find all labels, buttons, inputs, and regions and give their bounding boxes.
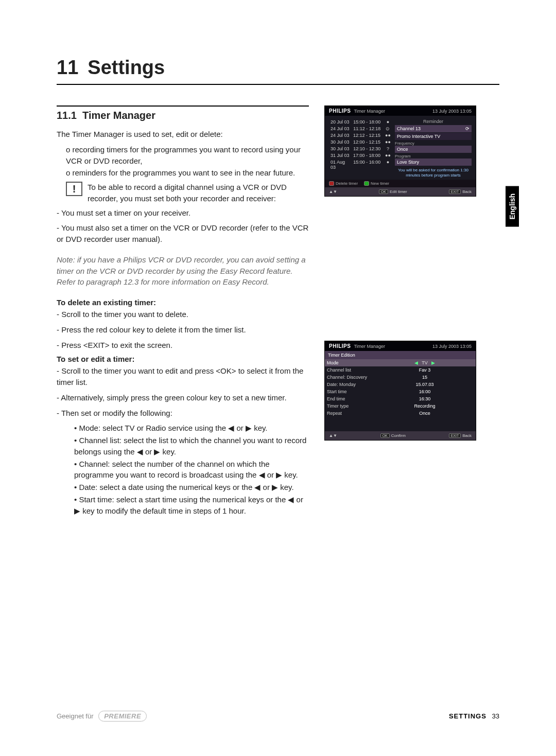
timer-row: 24 Jul 0312:12 - 12:15●● [329,132,392,138]
chapter-heading: 11Settings [57,57,499,79]
freq-value: Once [395,146,472,153]
back-label: Back [462,433,472,438]
chapter-number: 11 [57,57,78,78]
edition-row: Mode◀ TV ▶ [325,359,476,366]
set-subitem: Channel list: select the list to which t… [74,436,306,456]
chapter-rule [57,84,499,85]
back-label: Back [462,189,472,194]
footer-section: SETTINGS [449,712,486,720]
edit-timer-label: Edit timer [390,189,407,194]
timer-row: 24 Jul 0311:12 - 12:18⊙ [329,126,392,132]
confirm-label: Confirm [391,433,406,438]
timer-row: 20 Jul 0315:00 - 18:00● [329,119,392,125]
timer-row: 31 Jul 0317:00 - 18:00●● [329,152,392,159]
section-number: 11.1 [57,110,77,121]
warning-bullet: You must set a timer on your receiver. [61,208,190,217]
timer-row: 01 Aug 0315:00 - 16:00● [329,159,392,170]
edition-row: Date: Monday15.07.03 [325,381,476,388]
delete-step: Press <EXIT> to exit the screen. [61,341,172,349]
exit-key-icon: EXIT [449,433,461,438]
field-label: Channel 13 [397,126,421,131]
chapter-title: Settings [88,57,165,78]
edition-row: Timer typeRecording [325,402,476,410]
footer-left: Geeignet für PREMIERE [57,712,147,720]
reminder-label: Reminder [395,119,472,125]
set-subitem: Start time: select a start time using th… [74,495,303,515]
delete-step: Press the red colour key to delete it fr… [61,325,246,334]
new-timer-label: New timer [371,181,389,186]
intro-list: o recording timers for the programmes yo… [66,144,309,179]
premiere-logo: PREMIERE [98,711,147,722]
delete-heading: To delete an existing timer: [57,298,309,307]
nav-arrows-icon: ▲▼ [329,433,337,438]
timer-edition-screenshot: PHILIPS Timer Manager 13 July 2003 13:05… [324,341,476,441]
prog-value: Love Story [395,159,472,166]
page-number: 33 [492,712,499,720]
confirm-note: You will be asked for confirmation 1:30 … [395,168,472,178]
delete-step: Scroll to the timer you want to delete. [61,310,188,319]
geeignet-label: Geeignet für [57,712,94,720]
timer-row: 30 Jul 0312:00 - 12:15●● [329,139,392,145]
exit-key-icon: EXIT [449,189,461,194]
warning-text: To be able to record a digital channel u… [88,182,309,204]
channel-field: Channel 13 ⟳ [395,125,472,132]
screen-title: Timer Manager [354,344,385,349]
set-step: Scroll to the timer you want to edit and… [57,366,303,386]
footer-right: SETTINGS 33 [449,712,499,720]
ok-key-icon: OK [379,189,388,194]
edition-row: RepeatOnce [325,410,476,417]
nav-arrows-icon: ▲▼ [329,189,337,194]
edition-row: Channel: Discovery15 [325,374,476,381]
set-step: Alternatively, simply press the green co… [61,393,286,402]
timer-manager-screenshot: PHILIPS Timer Manager 13 July 2003 13:05… [324,106,476,197]
set-step: Then set or modify the following: [61,409,172,417]
set-subitem: Channel: select the number of the channe… [74,460,298,480]
note-text: Note: if you have a Philips VCR or DVD r… [57,254,309,288]
brand-label: PHILIPS [329,108,351,114]
channel-name: Promo Interactive TV [395,133,472,140]
intro-item: reminders for the programmes you want to… [73,168,296,177]
section-heading: 11.1 Timer Manager [57,106,309,121]
freq-label: Frequency [395,141,472,146]
timer-edition-header: Timer Edition [325,351,476,359]
set-subitem: Date: select a date using the numerical … [79,483,293,491]
ok-key-icon: OK [380,433,390,438]
timer-list: 20 Jul 0315:00 - 18:00●24 Jul 0311:12 - … [329,119,392,178]
green-key-icon [364,181,369,186]
delete-timer-label: Delete timer [336,181,358,186]
intro-item: recording timers for the programmes you … [66,145,301,165]
screen-title: Timer Manager [354,109,385,114]
section-title: Timer Manager [82,110,155,121]
screen-datetime: 13 July 2003 13:05 [432,109,472,114]
intro-text: The Timer Manager is used to set, edit o… [57,129,309,140]
screen-datetime: 13 July 2003 13:05 [432,344,472,349]
edition-row: Start time16:00 [325,388,476,395]
edition-row: End time16:30 [325,395,476,402]
language-tab: English [506,186,519,227]
red-key-icon [329,181,334,186]
set-subitem: Mode: select TV or Radio service using t… [79,424,267,432]
set-heading: To set or edit a timer: [57,355,309,363]
prog-label: Program [395,154,472,159]
warning-box: ! To be able to record a digital channel… [66,182,309,204]
warning-icon: ! [66,182,82,196]
brand-label: PHILIPS [329,343,351,349]
edition-row: Channel listFav 3 [325,366,476,374]
timer-row: 30 Jul 0312:10 - 12:30? [329,146,392,152]
warning-bullet: You must also set a timer on the VCR or … [57,223,308,243]
